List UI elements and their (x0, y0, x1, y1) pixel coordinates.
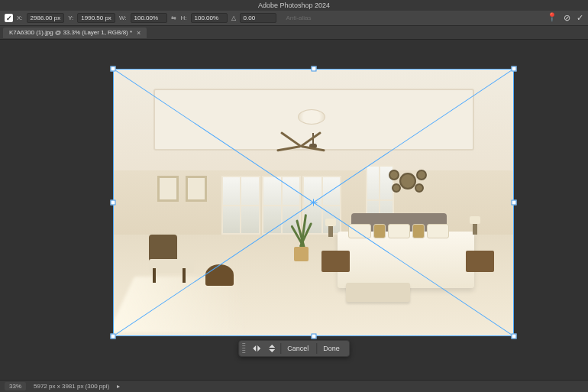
y-field[interactable]: 1990.50 px (77, 13, 115, 23)
bed (338, 213, 474, 288)
chevron-right-icon[interactable]: ▸ (117, 383, 120, 390)
document-tab-label: K7A6300 (1).jpg @ 33.3% (Layer 1, RGB/8)… (9, 29, 132, 36)
antialias-label: Anti-alias (286, 15, 312, 21)
plant (289, 213, 314, 261)
pin-icon[interactable]: 📍 (547, 12, 557, 22)
y-label: Y: (68, 15, 73, 21)
cancel-transform-icon[interactable]: ⊘ (564, 13, 570, 23)
commit-checkbox[interactable]: ✓ (5, 14, 13, 22)
title-bar: Adobe Photoshop 2024 (0, 0, 588, 11)
commit-transform-icon[interactable]: ✓ (577, 13, 583, 23)
link-aspect-icon[interactable]: ⇆ (171, 15, 177, 21)
workspace: Cancel Done (0, 40, 588, 378)
wall-decor (386, 168, 430, 196)
options-bar: ✓ X: 2986.00 px Y: 1990.50 px W: 100.00%… (0, 11, 588, 26)
flip-horizontal-icon[interactable] (250, 342, 263, 355)
canvas-image[interactable] (113, 69, 514, 336)
done-button[interactable]: Done (316, 343, 346, 354)
nightstand (466, 251, 494, 272)
flip-vertical-icon[interactable] (265, 342, 279, 355)
nightstand (321, 251, 350, 272)
side-table (205, 264, 234, 286)
document-tab-strip: K7A6300 (1).jpg @ 33.3% (Layer 1, RGB/8)… (0, 26, 588, 40)
angle-field[interactable]: 0.00 (240, 13, 276, 23)
cancel-button[interactable]: Cancel (280, 343, 315, 354)
lamp (325, 219, 336, 237)
document-info: 5972 px x 3981 px (300 ppi) (34, 383, 109, 390)
lamp (470, 216, 480, 235)
status-bar: 33% 5972 px x 3981 px (300 ppi) ▸ (0, 380, 588, 392)
angle-label: △ (231, 15, 236, 21)
x-label: X: (17, 15, 23, 21)
app-title: Adobe Photoshop 2024 (258, 2, 330, 9)
document-tab[interactable]: K7A6300 (1).jpg @ 33.3% (Layer 1, RGB/8)… (3, 28, 147, 38)
ceiling-fan (305, 133, 321, 154)
wall-art (157, 176, 179, 202)
wall-art (186, 176, 207, 202)
w-field[interactable]: 100.00% (131, 13, 167, 23)
drag-grip-icon[interactable] (242, 343, 245, 354)
canvas-container (113, 69, 514, 336)
h-field[interactable]: 100.00% (191, 13, 228, 23)
close-icon[interactable]: × (137, 29, 141, 37)
x-field[interactable]: 2986.00 px (27, 13, 65, 23)
armchair (149, 235, 205, 283)
zoom-level[interactable]: 33% (5, 382, 26, 390)
transform-confirm-bar: Cancel Done (238, 340, 350, 357)
window-group (221, 176, 342, 235)
w-label: W: (119, 15, 127, 21)
h-label: H: (181, 15, 187, 21)
bench (346, 283, 410, 302)
